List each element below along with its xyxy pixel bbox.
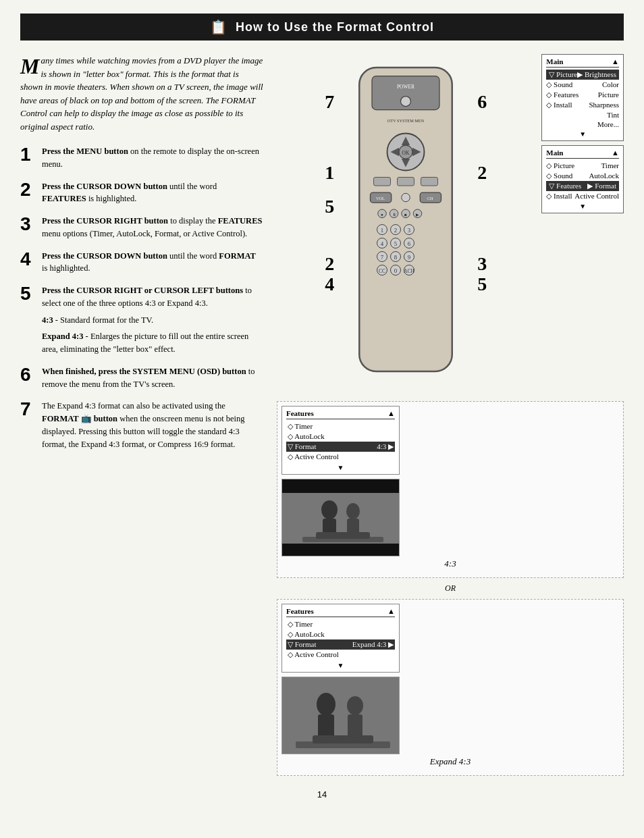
svg-text:ACH: ACH (404, 268, 414, 274)
main-menu-header-2: Main ▲ (546, 149, 619, 159)
features-panel-1: Features▲ ◇ Timer ◇ AutoLock ▽ Format4:3… (281, 406, 400, 475)
main-menu-title-1: Main (546, 57, 563, 66)
remote-diagram-area: POWER OTV SYSTEM MEN OK (277, 54, 535, 392)
page-header: 📋 How to Use the Format Control (20, 14, 624, 41)
main-menu-panel-1: Main ▲ ▽ Picture▶ Brightness ◇ SoundColo… (541, 54, 624, 141)
features-panel-2: Features▲ ◇ Timer ◇ AutoLock ▽ FormatExp… (281, 604, 400, 673)
step-2-text: Press the CURSOR DOWN button until the w… (42, 180, 263, 206)
left-column: M any times while watching movies from a… (20, 54, 263, 776)
step-5-num: 5 (20, 284, 35, 303)
svg-rect-54 (282, 544, 400, 556)
main-menu-title-2: Main (546, 149, 563, 157)
sub-43: 4:3 - Standard format for the TV. (42, 314, 263, 327)
right-top-area: POWER OTV SYSTEM MEN OK (277, 54, 624, 392)
svg-text:●: ● (381, 212, 383, 217)
features-dotted-2: Features▲ ◇ Timer ◇ AutoLock ▽ FormatExp… (277, 599, 624, 776)
features-header-2: Features▲ (286, 607, 395, 617)
overlay-4: 4 (325, 273, 334, 295)
caption-expand: Expand 4:3 (281, 756, 619, 767)
svg-text:9: 9 (408, 254, 411, 261)
overlay-5: 5 (325, 196, 334, 217)
svg-text:4: 4 (381, 240, 384, 247)
tv-43-svg (282, 479, 400, 556)
feat-autolock-2: ◇ AutoLock (286, 629, 395, 639)
features-section: Features▲ ◇ Timer ◇ AutoLock ▽ Format4:3… (277, 401, 624, 776)
step-7-num: 7 (20, 400, 35, 419)
caption-43: 4:3 (281, 558, 619, 569)
main-menu-scroll-up-1: ▲ (612, 57, 619, 66)
step-7: 7 The Expand 4:3 format can also be acti… (20, 400, 263, 450)
main-menu2-install: ◇ InstallActive Control (546, 191, 619, 201)
svg-text:OTV SYSTEM MEN: OTV SYSTEM MEN (387, 118, 425, 123)
svg-text:6: 6 (408, 240, 411, 247)
step-3: 3 Press the CURSOR RIGHT button to displ… (20, 215, 263, 240)
tv-expand-svg (282, 677, 400, 754)
steps-list: 1 Press the MENU button on the remote to… (20, 145, 263, 450)
step-6: 6 When finished, press the SYSTEM MENU (… (20, 365, 263, 391)
svg-text:7: 7 (381, 254, 384, 261)
feat-format-1: ▽ Format4:3 ▶ (286, 442, 395, 452)
svg-rect-12 (374, 178, 391, 186)
svg-rect-61 (316, 532, 370, 539)
step-1-text: Press the MENU button on the remote to d… (42, 145, 263, 171)
svg-text:8: 8 (394, 254, 398, 261)
header-icon: 📋 (210, 19, 227, 35)
step-7-text: The Expand 4:3 format can also be activa… (42, 400, 263, 450)
svg-rect-13 (398, 178, 414, 186)
menu-panels-col: Main ▲ ▽ Picture▶ Brightness ◇ SoundColo… (541, 54, 624, 392)
svg-text:■: ■ (404, 212, 407, 217)
svg-point-56 (321, 500, 338, 519)
svg-point-64 (317, 693, 336, 716)
drop-cap: M (20, 55, 39, 77)
overlay-3: 3 (477, 253, 487, 275)
main-menu-row-sound: ◇ SoundColor (546, 80, 619, 90)
step-1: 1 Press the MENU button on the remote to… (20, 145, 263, 171)
step-4: 4 Press the CURSOR DOWN button until the… (20, 250, 263, 276)
step-2: 2 Press the CURSOR DOWN button until the… (20, 180, 263, 206)
svg-point-19 (402, 193, 410, 202)
main-menu-scroll-up-2: ▲ (612, 149, 619, 157)
tv-image-expand-container: Expand 4:3 (281, 677, 619, 767)
svg-rect-53 (282, 479, 400, 493)
svg-text:⏸: ⏸ (392, 212, 396, 217)
step-6-text: When finished, press the SYSTEM MENU (OS… (42, 365, 263, 391)
step-4-text: Press the CURSOR DOWN button until the w… (42, 250, 263, 276)
main-menu-row-install: ◇ InstallSharpness (546, 100, 619, 110)
overlay-7: 7 (325, 91, 334, 113)
svg-point-3 (401, 97, 411, 107)
step-3-num: 3 (20, 215, 35, 234)
svg-text:3: 3 (408, 227, 411, 234)
intro-text: M any times while watching movies from a… (20, 54, 263, 133)
svg-text:CH: CH (427, 196, 433, 201)
main-menu-row-picture: ▽ Picture▶ Brightness (546, 70, 619, 80)
right-column: POWER OTV SYSTEM MEN OK (277, 54, 624, 776)
overlay-6: 6 (477, 91, 487, 113)
features-header-1: Features▲ (286, 409, 395, 419)
step-6-num: 6 (20, 365, 35, 384)
overlay-5b: 5 (477, 273, 487, 295)
features-dotted-1: Features▲ ◇ Timer ◇ AutoLock ▽ Format4:3… (277, 401, 624, 578)
main-menu-scroll-2: ▼ (546, 203, 619, 210)
svg-text:0: 0 (394, 267, 398, 274)
main-menu2-features: ▽ Features▶ Format (546, 181, 619, 191)
feat-autolock-1: ◇ AutoLock (286, 431, 395, 442)
svg-text:OK: OK (402, 150, 410, 156)
main-menu2-sound: ◇ SoundAutoLock (546, 171, 619, 181)
svg-text:2: 2 (394, 227, 397, 234)
overlay-2-right: 2 (477, 162, 487, 184)
main-menu-header-1: Main ▲ (546, 57, 619, 68)
tv-image-expand (281, 677, 400, 754)
feat-active-1: ◇ Active Control (286, 452, 395, 462)
tv-image-43-container: 4:3 (281, 479, 619, 569)
main-menu-row-more: More... (546, 120, 619, 129)
feat-active-2: ◇ Active Control (286, 650, 395, 660)
svg-text:POWER: POWER (397, 84, 414, 90)
overlay-1: 1 (325, 162, 334, 184)
main-menu-row-tint: Tint (546, 110, 619, 120)
or-divider: OR (277, 583, 624, 594)
svg-point-58 (346, 503, 360, 519)
feat-format-2: ▽ FormatExpand 4:3 ▶ (286, 639, 395, 650)
bottom-area: Features▲ ◇ Timer ◇ AutoLock ▽ Format4:3… (277, 401, 624, 776)
svg-rect-69 (313, 735, 373, 743)
main-menu-scroll-1: ▼ (546, 130, 619, 138)
